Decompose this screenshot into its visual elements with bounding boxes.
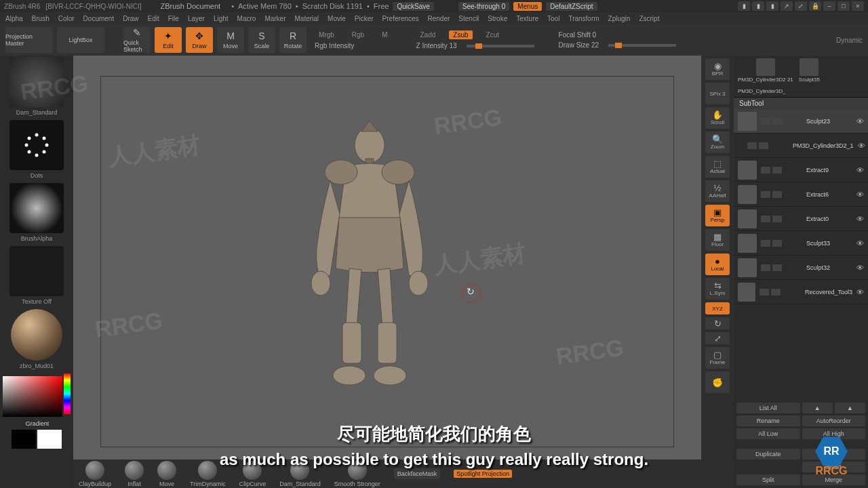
menu-stencil[interactable]: Stencil: [458, 15, 479, 22]
z-intensity-slider[interactable]: [467, 45, 534, 47]
hand-button[interactable]: ✊: [705, 371, 730, 393]
eye-icon[interactable]: 👁: [856, 166, 864, 174]
menu-texture[interactable]: Texture: [516, 15, 538, 22]
titlebar-icon[interactable]: 🔒: [809, 1, 821, 11]
default-zscript-button[interactable]: DefaultZScript: [546, 2, 597, 11]
eye-icon[interactable]: 👁: [858, 142, 865, 150]
spotlight-projection-toggle[interactable]: Spotlight Projection: [454, 470, 512, 478]
draw-button[interactable]: ✥Draw: [186, 27, 213, 53]
projection-master-button[interactable]: Projection Master: [5, 27, 53, 53]
move-down-button[interactable]: ▲: [835, 403, 865, 413]
brush-thumbnail[interactable]: [9, 57, 64, 107]
texture-thumbnail[interactable]: [9, 246, 64, 296]
menus-button[interactable]: Menus: [513, 2, 542, 11]
stroke-thumbnail[interactable]: [9, 120, 64, 170]
list-all-button[interactable]: List All: [736, 403, 800, 413]
menu-zplugin[interactable]: Zplugin: [608, 15, 631, 22]
lightbox-button[interactable]: LightBox: [57, 27, 104, 53]
subtool-row[interactable]: Extract6👁: [734, 182, 868, 207]
subtool-row[interactable]: Sculpt23👁: [734, 109, 868, 134]
rgb-toggle[interactable]: Rgb: [348, 30, 368, 39]
eye-icon[interactable]: 👁: [856, 264, 864, 272]
move-up-button[interactable]: ▲: [802, 403, 833, 413]
rot-button[interactable]: ↻: [705, 317, 730, 329]
titlebar-icon[interactable]: ▮: [766, 1, 778, 11]
m-toggle[interactable]: M: [378, 30, 391, 39]
titlebar-icon[interactable]: ▮: [738, 1, 750, 11]
color-picker[interactable]: [3, 376, 62, 417]
eye-icon[interactable]: 👁: [856, 239, 864, 247]
draw-size-slider[interactable]: [608, 44, 676, 47]
edit-button[interactable]: ✦Edit: [155, 27, 182, 53]
menu-edit[interactable]: Edit: [148, 15, 159, 22]
subtool-row[interactable]: Recovered_Tool3👁: [734, 280, 868, 304]
eye-icon[interactable]: 👁: [856, 215, 864, 223]
zcut-toggle[interactable]: Zcut: [482, 30, 503, 39]
eye-icon[interactable]: 👁: [856, 190, 864, 199]
menu-stroke[interactable]: Stroke: [488, 15, 507, 22]
quicksketch-button[interactable]: ✎Quick Sketch: [123, 27, 151, 53]
minimize-icon[interactable]: –: [823, 1, 835, 11]
xyz-button[interactable]: XYZ: [705, 302, 730, 314]
split-button[interactable]: Split: [736, 474, 800, 485]
eye-icon[interactable]: 👁: [856, 117, 864, 125]
zadd-toggle[interactable]: Zadd: [416, 30, 440, 39]
dynamic-toggle[interactable]: Dynamic: [836, 37, 863, 44]
menu-light[interactable]: Light: [214, 15, 229, 22]
persp-button[interactable]: ▣Persp: [705, 205, 730, 226]
menu-picker[interactable]: Picker: [355, 15, 374, 22]
titlebar-icon[interactable]: ▮: [752, 1, 764, 11]
menu-movie[interactable]: Movie: [328, 15, 346, 22]
backface-mask-toggle[interactable]: BackfaceMask: [394, 468, 441, 479]
aahalf-button[interactable]: ½AAHalf: [705, 180, 730, 202]
scale-button[interactable]: SScale: [248, 27, 275, 53]
material-thumbnail[interactable]: [11, 309, 62, 361]
menu-tool[interactable]: Tool: [547, 15, 559, 22]
menu-document[interactable]: Document: [83, 15, 115, 22]
alpha-thumbnail[interactable]: [9, 183, 64, 233]
zsub-toggle[interactable]: Zsub: [449, 30, 472, 39]
mrgb-toggle[interactable]: Mrgb: [315, 30, 338, 39]
menu-preferences[interactable]: Preferences: [382, 15, 419, 22]
menu-marker[interactable]: Marker: [264, 15, 285, 22]
eye-icon[interactable]: 👁: [856, 288, 864, 296]
close-icon[interactable]: ×: [852, 1, 864, 11]
subtool-row[interactable]: Sculpt32👁: [734, 256, 868, 280]
hue-bar[interactable]: [64, 373, 71, 414]
titlebar-icon[interactable]: ↗: [781, 1, 793, 11]
menu-material[interactable]: Material: [295, 15, 319, 22]
menu-transform[interactable]: Transform: [568, 15, 599, 22]
tool-item[interactable]: Sculpt35: [799, 58, 820, 83]
menu-draw[interactable]: Draw: [123, 15, 138, 22]
rotate-button[interactable]: RRotate: [279, 27, 307, 53]
seethrough-slider[interactable]: See-through 0: [458, 2, 509, 11]
subtool-row[interactable]: Sculpt33👁: [734, 231, 868, 256]
menu-brush[interactable]: Brush: [32, 15, 50, 22]
titlebar-icon[interactable]: ⤢: [795, 1, 807, 11]
floor-button[interactable]: ▦Floor: [705, 229, 730, 251]
quicksave-button[interactable]: QuickSave: [393, 2, 433, 11]
actual-button[interactable]: ⬚Actual: [705, 156, 730, 178]
local-button[interactable]: ●Local: [705, 253, 730, 275]
subtool-row[interactable]: PM3D_Cylinder3D2_1👁: [734, 134, 868, 158]
subtool-row[interactable]: Extract9👁: [734, 158, 868, 182]
frame-button[interactable]: ▢Frame: [705, 347, 730, 369]
lsym-button[interactable]: ⇆L.Sym: [705, 278, 730, 300]
maximize-icon[interactable]: □: [837, 1, 850, 11]
zoom-button[interactable]: 🔍Zoom: [705, 131, 730, 153]
menu-layer[interactable]: Layer: [188, 15, 205, 22]
expand-button[interactable]: ⤢: [705, 332, 730, 344]
tool-item[interactable]: PM3D_Cylinder3D2 21: [738, 58, 793, 83]
menu-zscript[interactable]: Zscript: [639, 15, 659, 22]
menu-color[interactable]: Color: [58, 15, 75, 22]
bpr-button[interactable]: ◉BPR: [705, 58, 730, 80]
menu-render[interactable]: Render: [428, 15, 450, 22]
move-button[interactable]: MMove: [217, 27, 244, 53]
spix-button[interactable]: SPix 3: [705, 83, 730, 104]
subtool-row[interactable]: Extract0👁: [734, 207, 868, 231]
menu-macro[interactable]: Macro: [237, 15, 256, 22]
scroll-button[interactable]: ✋Scroll: [705, 107, 730, 129]
subtool-header[interactable]: SubTool: [734, 97, 868, 109]
menu-file[interactable]: File: [168, 15, 179, 22]
menu-alpha[interactable]: Alpha: [5, 15, 23, 22]
